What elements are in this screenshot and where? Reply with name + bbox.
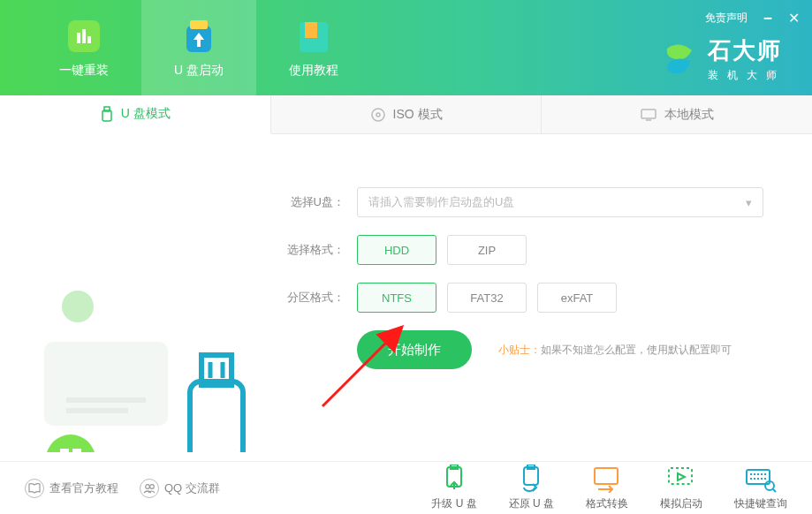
usb-select[interactable]: 请插入需要制作启动盘的U盘 ▾ bbox=[357, 187, 763, 217]
fs-opt-fat32[interactable]: FAT32 bbox=[447, 283, 527, 313]
tab-reinstall[interactable]: 一键重装 bbox=[27, 0, 141, 95]
svg-rect-19 bbox=[72, 449, 81, 452]
fs-opt-exfat[interactable]: exFAT bbox=[537, 283, 617, 313]
official-tutorial-link[interactable]: 查看官方教程 bbox=[25, 479, 118, 498]
svg-rect-34 bbox=[595, 468, 618, 484]
svg-rect-2 bbox=[82, 29, 86, 43]
fs-label: 分区格式： bbox=[283, 290, 345, 306]
format-opt-zip[interactable]: ZIP bbox=[447, 235, 527, 265]
start-button[interactable]: 开始制作 bbox=[357, 330, 472, 369]
svg-point-29 bbox=[150, 484, 155, 488]
svg-point-11 bbox=[376, 113, 380, 117]
brand-title: 石大师 bbox=[708, 35, 785, 66]
svg-rect-15 bbox=[66, 397, 146, 403]
close-button[interactable]: ✕ bbox=[788, 10, 800, 26]
tool-restore-usb[interactable]: 还原 U 盘 bbox=[509, 465, 554, 511]
upgrade-usb-icon bbox=[438, 465, 470, 493]
monitor-icon bbox=[640, 108, 657, 122]
tool-format-convert[interactable]: 格式转换 bbox=[586, 465, 628, 511]
brand: 石大师 装机大师 bbox=[660, 35, 785, 83]
tab-label: 一键重装 bbox=[59, 63, 109, 79]
svg-rect-1 bbox=[77, 33, 80, 43]
tool-label: 模拟启动 bbox=[660, 496, 702, 511]
book-icon bbox=[25, 479, 44, 498]
brand-logo-icon bbox=[660, 40, 699, 79]
disclaimer-link[interactable]: 免责声明 bbox=[705, 11, 747, 26]
svg-point-17 bbox=[46, 435, 95, 452]
tab-usb-boot[interactable]: U 盘启动 bbox=[141, 0, 256, 95]
tutorial-icon bbox=[294, 17, 333, 56]
mode-tab-local[interactable]: 本地模式 bbox=[542, 95, 812, 133]
svg-rect-5 bbox=[190, 20, 208, 29]
window-controls: 免责声明 － ✕ bbox=[705, 7, 800, 28]
tool-hotkey-lookup[interactable]: 快捷键查询 bbox=[734, 465, 787, 511]
svg-rect-8 bbox=[102, 110, 111, 121]
iso-icon bbox=[370, 107, 386, 123]
chevron-down-icon: ▾ bbox=[746, 196, 752, 209]
tip-text: 小贴士：如果不知道怎么配置，使用默认配置即可 bbox=[498, 343, 732, 358]
svg-rect-9 bbox=[104, 107, 110, 111]
mode-tab-label: 本地模式 bbox=[664, 107, 714, 123]
svg-rect-35 bbox=[669, 468, 692, 484]
qq-group-link[interactable]: QQ 交流群 bbox=[140, 479, 220, 498]
mode-tab-label: ISO 模式 bbox=[393, 107, 443, 123]
usb-icon bbox=[100, 106, 114, 122]
format-label: 选择格式： bbox=[283, 242, 345, 258]
tool-label: 快捷键查询 bbox=[734, 496, 787, 511]
mode-tabs: U 盘模式 ISO 模式 本地模式 bbox=[0, 95, 812, 134]
tool-upgrade-usb[interactable]: 升级 U 盘 bbox=[431, 465, 476, 511]
tab-label: U 盘启动 bbox=[174, 63, 224, 79]
mode-tab-usb[interactable]: U 盘模式 bbox=[0, 95, 271, 134]
tip-label: 小贴士： bbox=[498, 344, 541, 356]
header-tabs: 一键重装 U 盘启动 使用教程 bbox=[27, 0, 371, 95]
config-panel: 选择U盘： 请插入需要制作启动盘的U盘 ▾ 选择格式： HDD ZIP 分区格式… bbox=[265, 134, 812, 461]
mode-tab-label: U 盘模式 bbox=[121, 106, 171, 122]
tool-label: 格式转换 bbox=[586, 496, 628, 511]
tab-label: 使用教程 bbox=[289, 63, 338, 79]
mode-tab-iso[interactable]: ISO 模式 bbox=[271, 95, 543, 133]
brand-subtitle: 装机大师 bbox=[708, 68, 785, 83]
keyboard-search-icon bbox=[745, 465, 777, 493]
reinstall-icon bbox=[65, 17, 103, 56]
svg-rect-22 bbox=[190, 382, 243, 452]
svg-rect-3 bbox=[87, 36, 91, 43]
people-icon bbox=[140, 479, 159, 498]
format-opt-hdd[interactable]: HDD bbox=[357, 235, 436, 265]
footer: 查看官方教程 QQ 交流群 升级 U 盘 还原 U 盘 格式转换 模拟启动 快捷… bbox=[0, 461, 812, 514]
tab-tutorial[interactable]: 使用教程 bbox=[256, 0, 371, 95]
svg-rect-12 bbox=[641, 110, 656, 118]
fs-opt-ntfs[interactable]: NTFS bbox=[357, 283, 436, 313]
restore-usb-icon bbox=[515, 465, 547, 493]
svg-point-28 bbox=[146, 484, 150, 488]
svg-line-40 bbox=[773, 489, 776, 492]
tool-label: 还原 U 盘 bbox=[509, 496, 554, 511]
header-bar: 一键重装 U 盘启动 使用教程 免责声明 － ✕ 石大师 装机大师 bbox=[0, 0, 812, 95]
tool-label: 升级 U 盘 bbox=[431, 496, 476, 511]
minimize-button[interactable]: － bbox=[760, 7, 776, 28]
svg-rect-18 bbox=[60, 449, 69, 452]
simulate-icon bbox=[665, 465, 697, 493]
svg-point-10 bbox=[372, 109, 384, 121]
usb-boot-icon bbox=[179, 17, 218, 56]
link-label: QQ 交流群 bbox=[164, 480, 220, 496]
illustration bbox=[0, 134, 265, 461]
select-placeholder: 请插入需要制作启动盘的U盘 bbox=[368, 194, 514, 210]
link-label: 查看官方教程 bbox=[49, 480, 118, 496]
svg-rect-16 bbox=[66, 408, 128, 413]
select-usb-label: 选择U盘： bbox=[283, 194, 345, 210]
tool-simulate-boot[interactable]: 模拟启动 bbox=[660, 465, 702, 511]
convert-icon bbox=[591, 465, 623, 493]
